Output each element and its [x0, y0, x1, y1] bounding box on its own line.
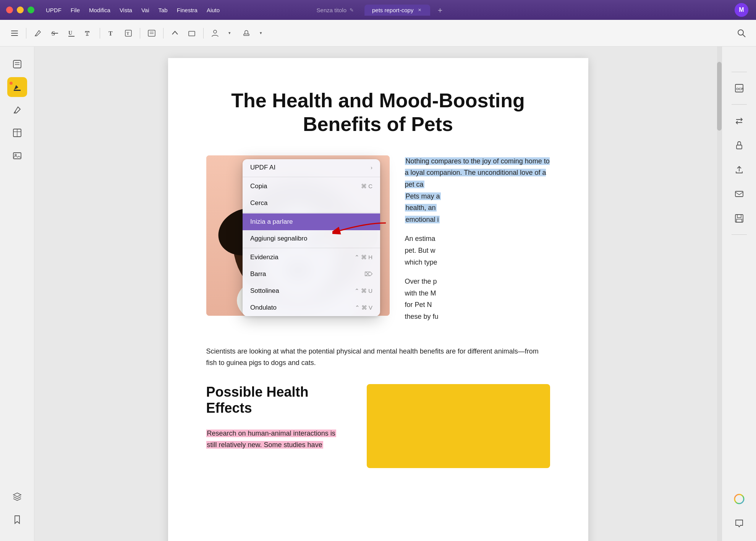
- cm-label-ondulato: Ondulato: [250, 304, 277, 312]
- tab-add-button[interactable]: ＋: [433, 3, 447, 17]
- toolbar-underline-icon[interactable]: U: [65, 26, 78, 40]
- sidebar-icon-table[interactable]: [7, 123, 27, 143]
- right-sidebar-rainbow-icon[interactable]: [729, 489, 749, 509]
- menu-finestra[interactable]: Finestra: [173, 5, 201, 15]
- svg-rect-49: [737, 215, 741, 218]
- tab-inactive-label: Senza titolo: [317, 7, 346, 13]
- svg-rect-27: [13, 153, 21, 159]
- cm-shortcut-copia: ⌘ C: [361, 183, 372, 190]
- cm-label-barra: Barra: [250, 270, 266, 278]
- menu-vai[interactable]: Vai: [138, 5, 153, 15]
- svg-rect-14: [189, 31, 195, 36]
- tabs-area: Senza titolo ✎ pets report-copy ✕ ＋: [309, 0, 447, 20]
- highlighted-paragraph[interactable]: Nothing compares to the joy of coming ho…: [405, 155, 550, 226]
- toolbar-sep-2: [100, 28, 100, 39]
- toolbar-person-group: ▾: [208, 26, 236, 40]
- toolbar-sep-4: [163, 28, 164, 39]
- tab-pets-report[interactable]: pets report-copy ✕: [364, 5, 430, 16]
- toolbar-caret-icon[interactable]: [168, 26, 182, 40]
- highlight-text-2: Pets may a: [405, 192, 441, 200]
- cm-item-barra[interactable]: Barra ⌦: [243, 266, 380, 283]
- document-area[interactable]: The Health and Mood-Boosting Benefits of…: [34, 47, 722, 541]
- toolbar-pen-icon[interactable]: [31, 26, 45, 40]
- yellow-image-box: [367, 384, 550, 468]
- cm-sep-1: [243, 177, 380, 177]
- sidebar-icon-highlight[interactable]: [7, 77, 27, 97]
- sidebar-bottom: [7, 487, 27, 533]
- title-line-1: The Health and Mood-Boosting: [206, 89, 550, 112]
- section-subtitle: Possible Health Effects: [206, 384, 351, 416]
- svg-rect-22: [14, 90, 21, 91]
- toolbar-text-box-icon[interactable]: T: [121, 26, 135, 40]
- cm-item-evidenzia[interactable]: Evidenzia ⌃ ⌘ H: [243, 249, 380, 266]
- svg-text:U: U: [68, 30, 72, 36]
- tab-close-button[interactable]: ✕: [416, 7, 423, 13]
- sidebar-icon-edit[interactable]: [7, 100, 27, 120]
- svg-rect-47: [735, 191, 743, 197]
- tab-active-label: pets report-copy: [372, 7, 413, 13]
- text-column: Nothing compares to the joy of coming ho…: [405, 155, 550, 330]
- menu-bar: UPDF File Modifica Vista Vai Tab Finestr…: [42, 5, 223, 15]
- traffic-lights: [6, 6, 34, 13]
- cm-arrow-updf-ai: ›: [371, 165, 372, 171]
- svg-point-17: [738, 30, 743, 35]
- svg-rect-50: [737, 219, 742, 222]
- right-sidebar-save-icon[interactable]: [729, 208, 749, 228]
- cm-item-ondulato[interactable]: Ondulato ⌃ ⌘ V: [243, 299, 380, 316]
- menu-modifica[interactable]: Modifica: [85, 5, 114, 15]
- minimize-button[interactable]: [17, 6, 24, 13]
- svg-rect-1: [11, 33, 18, 34]
- maximize-button[interactable]: [28, 6, 34, 13]
- cm-item-sottolinea[interactable]: Sottolinea ⌃ ⌘ U: [243, 283, 380, 299]
- toolbar-text-outline-icon[interactable]: T: [81, 26, 95, 40]
- sidebar-icon-layers[interactable]: [7, 487, 27, 507]
- right-sidebar: OCR: [722, 47, 756, 541]
- cm-item-aggiungi-segnalibro[interactable]: Aggiungi segnalibro: [243, 230, 380, 247]
- cm-item-copia[interactable]: Copia ⌘ C: [243, 178, 380, 195]
- toolbar-search-icon[interactable]: [735, 26, 748, 40]
- svg-text:OCR: OCR: [736, 87, 744, 91]
- sidebar-icon-image[interactable]: [7, 146, 27, 166]
- app-name-label[interactable]: UPDF: [42, 5, 65, 15]
- context-menu: UPDF AI › Copia ⌘ C Cerca Inizia a parla…: [243, 159, 380, 316]
- right-sidebar-lock-icon[interactable]: [729, 135, 749, 155]
- cm-item-cerca[interactable]: Cerca: [243, 195, 380, 212]
- paragraph-full: Scientists are looking at what the poten…: [206, 346, 550, 369]
- right-sidebar-ocr-icon[interactable]: OCR: [729, 78, 749, 98]
- right-sidebar-mail-icon[interactable]: [729, 184, 749, 204]
- tab-edit-icon[interactable]: ✎: [350, 7, 354, 13]
- tab-senza-titolo[interactable]: Senza titolo ✎: [309, 5, 361, 16]
- main-layout: The Health and Mood-Boosting Benefits of…: [0, 47, 756, 541]
- cm-label-sottolinea: Sottolinea: [250, 287, 279, 295]
- close-button[interactable]: [6, 6, 13, 13]
- svg-rect-0: [11, 31, 18, 31]
- user-avatar[interactable]: M: [735, 3, 748, 17]
- scrollbar-thumb[interactable]: [717, 62, 722, 131]
- toolbar-list-alt-icon[interactable]: [145, 26, 159, 40]
- cm-item-inizia-parlare[interactable]: Inizia a parlare: [243, 213, 380, 230]
- toolbar-person-dropdown-icon[interactable]: ▾: [223, 26, 236, 40]
- left-sidebar: [0, 47, 34, 541]
- menu-tab[interactable]: Tab: [155, 5, 172, 15]
- sidebar-icon-bookmark-list[interactable]: [7, 54, 27, 74]
- cm-label-copia: Copia: [250, 182, 267, 190]
- research-paragraph: Research on human-animal interactions is…: [206, 428, 351, 451]
- cm-item-updf-ai[interactable]: UPDF AI ›: [243, 159, 380, 176]
- toolbar-stamp-dropdown-icon[interactable]: ▾: [254, 26, 268, 40]
- title-bar: UPDF File Modifica Vista Vai Tab Finestr…: [0, 0, 756, 20]
- menu-file[interactable]: File: [67, 5, 84, 15]
- toolbar-person-icon[interactable]: [208, 26, 222, 40]
- toolbar-stamp-icon[interactable]: [240, 26, 253, 40]
- menu-vista[interactable]: Vista: [116, 5, 136, 15]
- right-sidebar-convert-icon[interactable]: [729, 111, 749, 131]
- paragraph-3: Over the p with the M for Pet N these by…: [405, 276, 550, 322]
- toolbar-text-solid-icon[interactable]: T: [105, 26, 118, 40]
- cm-sep-2: [243, 212, 380, 213]
- right-sidebar-share-icon[interactable]: [729, 160, 749, 179]
- toolbar-shape-icon[interactable]: [185, 26, 199, 40]
- toolbar-list-icon[interactable]: [8, 26, 21, 40]
- toolbar-strikethrough-icon[interactable]: S: [48, 26, 62, 40]
- right-sidebar-chat-icon[interactable]: [729, 514, 749, 533]
- menu-aiuto[interactable]: Aiuto: [203, 5, 223, 15]
- sidebar-icon-bookmark[interactable]: [7, 510, 27, 530]
